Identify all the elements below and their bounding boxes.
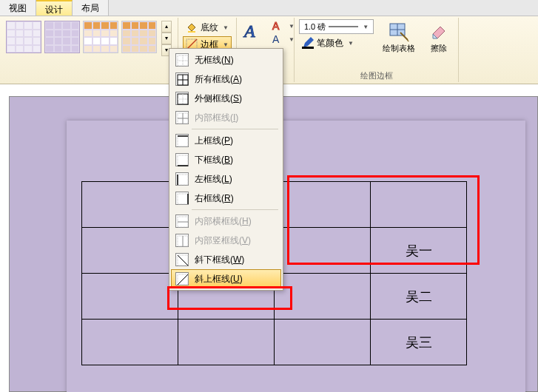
dd-left-border[interactable]: 左框线(L)	[171, 169, 281, 189]
table-cell[interactable]	[275, 320, 371, 365]
tab-design[interactable]: 设计	[36, 0, 73, 16]
text-effect-icon: A	[241, 19, 265, 43]
dd-diagonal-down[interactable]: 斜下框线(W)	[171, 250, 281, 269]
diag-up-icon	[175, 272, 189, 285]
svg-rect-29	[178, 194, 188, 204]
dd-no-border[interactable]: 无框线(N)	[171, 50, 281, 70]
left-border-icon	[175, 172, 189, 186]
inside-borders-icon	[175, 111, 189, 124]
chevron-down-icon: ▼	[289, 23, 295, 30]
svg-text:A: A	[243, 21, 255, 41]
table-cell[interactable]: 吴一	[371, 228, 467, 274]
dd-bottom-border[interactable]: 下框线(B)	[171, 150, 281, 169]
outside-borders-icon	[175, 92, 189, 105]
table-cell[interactable]	[82, 320, 178, 365]
dd-outside-borders[interactable]: 外侧框线(S)	[171, 89, 281, 108]
top-border-icon	[175, 134, 189, 147]
table-cell[interactable]	[178, 320, 275, 365]
borders-dropdown: 无框线(N) 所有框线(A) 外侧框线(S) 内部框线(I) 上框线(P) 下框…	[169, 48, 283, 291]
text-effects-button[interactable]: A	[241, 19, 265, 43]
tab-view[interactable]: 视图	[0, 0, 36, 16]
table-cell[interactable]	[275, 274, 371, 320]
no-border-icon	[175, 53, 189, 67]
all-borders-icon	[175, 72, 189, 86]
line-preview-icon	[329, 25, 358, 28]
font-fill-icon: A	[271, 33, 284, 46]
draw-table-icon	[389, 21, 409, 41]
paint-bucket-icon	[186, 21, 198, 33]
svg-rect-27	[178, 175, 188, 185]
table-cell[interactable]: 吴三	[371, 320, 467, 365]
font-fill-button[interactable]: A ▼	[269, 33, 296, 46]
page: 一季度 吴一 吴二 吴三	[67, 121, 525, 392]
line-weight-value: 1.0 磅	[304, 21, 326, 33]
chevron-down-icon: ▼	[348, 40, 354, 47]
dd-separator	[192, 129, 278, 129]
ribbon-group-label: 绘图边框	[295, 70, 458, 81]
right-border-icon	[175, 192, 189, 205]
dd-all-borders[interactable]: 所有框线(A)	[171, 70, 281, 89]
inside-v-border-icon	[175, 234, 189, 247]
table-cell[interactable]: 吴二	[371, 274, 467, 320]
pen-color-button[interactable]: 笔颜色 ▼	[299, 35, 374, 51]
tab-bar: 视图 设计 布局	[0, 0, 538, 16]
shading-label: 底纹	[201, 21, 218, 34]
inside-h-border-icon	[175, 214, 189, 228]
dd-inside-horizontal[interactable]: 内部横框线(H)	[171, 212, 281, 231]
chevron-down-icon: ▼	[223, 24, 229, 31]
bottom-border-icon	[175, 153, 189, 166]
eraser-icon	[428, 21, 449, 41]
chevron-down-icon: ▼	[363, 24, 369, 30]
table-style-option[interactable]	[44, 21, 80, 53]
tab-layout[interactable]: 布局	[73, 0, 109, 16]
draw-table-label: 绘制表格	[383, 43, 415, 54]
dd-diagonal-up[interactable]: 斜上框线(U)	[171, 269, 281, 288]
dd-inside-vertical[interactable]: 内部竖框线(V)	[171, 231, 281, 250]
ribbon-group-table-styles: ▴ ▾ ▾	[0, 18, 178, 82]
table-cell[interactable]	[82, 182, 178, 228]
pen-icon	[302, 37, 314, 49]
draw-table-button[interactable]: 绘制表格	[378, 19, 420, 55]
table-row: 吴三	[82, 320, 467, 365]
gallery-scroll-up[interactable]: ▴	[161, 21, 172, 33]
svg-rect-23	[178, 136, 188, 146]
svg-line-36	[178, 255, 188, 266]
ribbon-group-draw-borders: 1.0 磅 ▼ 笔颜色 ▼ 绘制表格	[295, 18, 459, 82]
chevron-down-icon: ▼	[289, 36, 295, 43]
svg-text:A: A	[272, 20, 280, 32]
table-style-option[interactable]	[121, 21, 157, 53]
table-styles-gallery: ▴ ▾ ▾	[4, 19, 173, 58]
table-cell[interactable]	[275, 228, 371, 274]
table-cell[interactable]	[275, 182, 371, 228]
svg-rect-25	[178, 155, 188, 166]
table-cell[interactable]	[82, 228, 178, 274]
table-cell[interactable]	[371, 182, 467, 228]
table-style-option[interactable]	[6, 21, 41, 53]
svg-text:A: A	[272, 33, 280, 45]
gallery-scroll-down[interactable]: ▾	[161, 33, 172, 44]
eraser-label: 擦除	[431, 43, 447, 54]
line-weight-select[interactable]: 1.0 磅 ▼	[299, 19, 374, 34]
dd-top-border[interactable]: 上框线(P)	[171, 131, 281, 150]
eraser-button[interactable]: 擦除	[424, 19, 454, 55]
pen-color-label: 笔颜色	[317, 37, 343, 50]
dd-right-border[interactable]: 右框线(R)	[171, 189, 281, 208]
svg-rect-7	[302, 47, 314, 49]
shading-button[interactable]: 底纹 ▼	[183, 19, 232, 36]
table-style-option[interactable]	[83, 21, 118, 53]
dd-separator	[192, 209, 278, 210]
svg-line-38	[178, 274, 188, 285]
font-outline-icon: A	[271, 19, 284, 33]
chevron-down-icon: ▼	[223, 41, 229, 48]
table-cell[interactable]	[82, 274, 178, 320]
svg-rect-0	[188, 31, 195, 33]
font-outline-button[interactable]: A ▼	[269, 19, 296, 33]
diag-down-icon	[175, 253, 189, 266]
dd-inside-borders[interactable]: 内部框线(I)	[171, 108, 281, 127]
